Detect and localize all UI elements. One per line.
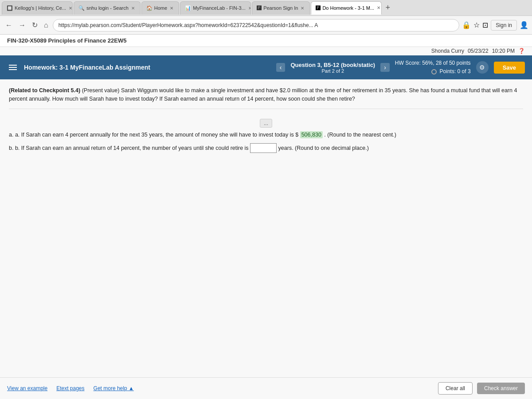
tab-kelloggs[interactable]: 🔲 Kellogg's | History, Ce... ✕ (2, 1, 73, 15)
settings-button[interactable]: ⚙ (476, 61, 489, 74)
tab-bar: 🔲 Kellogg's | History, Ce... ✕ 🔍 snhu lo… (0, 0, 532, 16)
question-nav: Question 3, B5-12 (book/static) Part 2 o… (290, 62, 375, 74)
radio-icon (431, 69, 437, 74)
ellipsis-button[interactable]: ... (260, 119, 272, 128)
refresh-button[interactable]: ↻ (30, 20, 39, 30)
tab-close-snhu[interactable]: ✕ (130, 6, 136, 11)
footer-right: Clear all Check answer (438, 382, 525, 395)
footer-area: View an example Etext pages Get more hel… (0, 377, 532, 399)
tab-label: Home (154, 5, 167, 11)
tab-close-mfl[interactable]: ✕ (247, 6, 251, 11)
tab-close-home[interactable]: ✕ (169, 6, 174, 11)
hw-score-text: HW Score: 56%, 28 of 50 points (395, 59, 471, 67)
tab-snhu[interactable]: 🔍 snhu login - Search ✕ (74, 1, 141, 15)
user-info-bar: Shonda Curry 05/23/22 10:20 PM ❓ (0, 47, 532, 55)
tab-home-icon: 🏠 (146, 5, 153, 11)
tab-myfinancelab[interactable]: 📊 MyFinanceLab - FIN-3... ✕ (180, 1, 251, 15)
tab-favicon: 🔲 (7, 5, 13, 11)
user-time: 10:20 PM (492, 48, 515, 54)
collections-icon: ⊡ (482, 21, 488, 29)
homework-header: Homework: 3-1 MyFinanceLab Assignment ‹ … (0, 55, 532, 79)
new-tab-button[interactable]: + (383, 3, 393, 12)
back-button[interactable]: ← (4, 20, 14, 30)
tab-label: Kellogg's | History, Ce... (15, 5, 66, 11)
question-nav-prev[interactable]: ‹ (276, 63, 286, 72)
tab-do-homework[interactable]: 🅿 Do Homework - 3-1 M... ✕ (311, 1, 382, 15)
view-example-button[interactable]: View an example (7, 385, 47, 391)
shield-icon: 🔒 (462, 21, 471, 29)
tab-mfl-icon: 📊 (185, 5, 191, 11)
part-b-input[interactable] (250, 143, 277, 153)
home-button[interactable]: ⌂ (42, 20, 50, 30)
tab-label: snhu login - Search (86, 5, 129, 11)
user-name: Shonda Curry (431, 48, 464, 54)
forward-button[interactable]: → (17, 20, 27, 30)
hw-score-info: HW Score: 56%, 28 of 50 points Points: 0… (395, 59, 471, 76)
tab-active-icon: 🅿 (316, 5, 321, 11)
browser-window: 🔲 Kellogg's | History, Ce... ✕ 🔍 snhu lo… (0, 0, 532, 399)
tab-label: Do Homework - 3-1 M... (322, 5, 374, 11)
page-header: FIN-320-X5089 Principles of Finance 22EW… (0, 35, 532, 47)
check-answer-button[interactable]: Check answer (477, 383, 525, 394)
part-a-answer: 506,830 (300, 131, 323, 138)
question-nav-next[interactable]: › (380, 63, 390, 72)
help-icon[interactable]: ❓ (518, 48, 525, 54)
question-text: (Related to Checkpoint 5.4) (Present val… (9, 86, 523, 109)
profile-icon: 👤 (520, 21, 528, 29)
address-bar-row: ← → ↻ ⌂ 🔒 ☆ ⊡ Sign in 👤 (0, 16, 532, 35)
content-area: (Related to Checkpoint 5.4) (Present val… (0, 79, 532, 377)
user-date: 05/23/22 (468, 48, 489, 54)
tab-search-icon: 🔍 (78, 5, 85, 11)
part-a-prefix: a. If Sarah can earn 4 percent annually … (15, 132, 298, 138)
expand-icon: ▲ (129, 385, 134, 391)
part-a-label: a. (9, 132, 13, 138)
tab-label: Pearson Sign In (263, 5, 298, 11)
part-b-text: b. b. If Sarah can earn an annual return… (9, 143, 523, 153)
tab-pearson-icon: 🅿 (257, 5, 262, 11)
bookmark-icon: ☆ (473, 21, 480, 29)
tab-close-kelloggs[interactable]: ✕ (68, 6, 73, 11)
clear-all-button[interactable]: Clear all (438, 382, 473, 395)
homework-title: Homework: 3-1 MyFinanceLab Assignment (24, 64, 271, 71)
related-checkpoint: (Related to Checkpoint 5.4) (9, 87, 80, 94)
tab-pearson[interactable]: 🅿 Pearson Sign In ✕ (252, 1, 310, 15)
part-b-suffix: years. (Round to one decimal place.) (278, 145, 369, 151)
etext-pages-button[interactable]: Etext pages (56, 385, 84, 391)
part-b-label: b. (9, 145, 13, 151)
page-title: FIN-320-X5089 Principles of Finance 22EW… (7, 37, 127, 44)
tab-label: MyFinanceLab - FIN-3... (193, 5, 246, 11)
question-type: (Present value) (82, 87, 120, 94)
tab-close-pearson[interactable]: ✕ (300, 6, 305, 11)
part-label: Part 2 of 2 (290, 68, 375, 74)
question-label: Question 3, B5-12 (book/static) (290, 62, 375, 68)
tab-close-do-homework[interactable]: ✕ (376, 5, 381, 10)
address-input[interactable] (53, 19, 460, 31)
browser-content: FIN-320-X5089 Principles of Finance 22EW… (0, 35, 532, 399)
sign-in-button[interactable]: Sign in (491, 20, 517, 31)
part-a-suffix: . (Round to the nearest cent.) (324, 132, 396, 138)
save-button[interactable]: Save (494, 62, 525, 74)
hamburger-menu-icon[interactable] (7, 63, 19, 72)
part-a-text: a. a. If Sarah can earn 4 percent annual… (9, 130, 523, 140)
points-text: Points: 0 of 3 (395, 67, 471, 76)
tab-home[interactable]: 🏠 Home ✕ (141, 1, 179, 15)
get-more-help-button[interactable]: Get more help ▲ (94, 385, 134, 391)
part-b-prefix: b. If Sarah can earn an annual return of… (15, 145, 249, 151)
